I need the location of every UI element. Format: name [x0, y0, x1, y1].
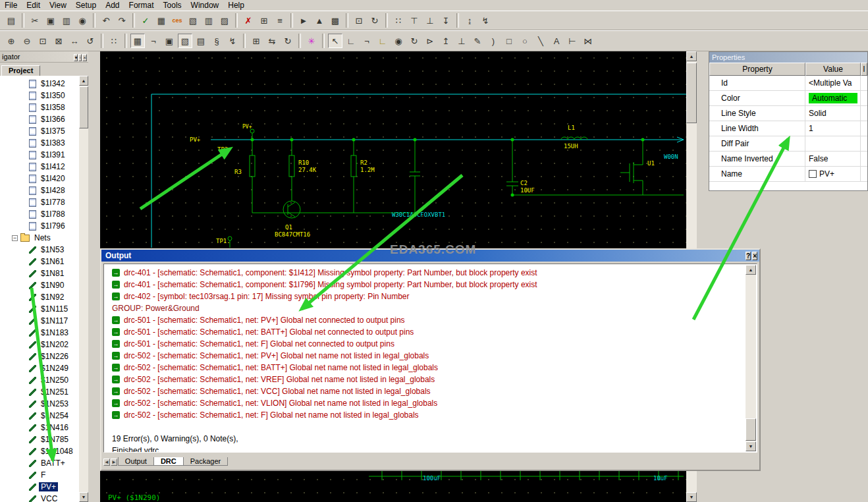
scroll-down-icon[interactable]: ▼: [686, 492, 697, 502]
cascade-icon[interactable]: ⊡: [352, 13, 366, 28]
cut-icon[interactable]: ✂: [28, 13, 42, 28]
tree-item[interactable]: $1N251: [0, 386, 79, 398]
tree-item[interactable]: $1N254: [0, 410, 79, 422]
tree-item[interactable]: $1N202: [0, 339, 79, 350]
property-value-cell[interactable]: False: [805, 152, 861, 166]
output-line[interactable]: → drc-502 - [schematic: Schematic1, net:…: [112, 362, 741, 374]
menu-item[interactable]: Format: [124, 1, 159, 10]
probe-icon[interactable]: ↯: [478, 13, 493, 28]
tree-item[interactable]: $1I778: [0, 196, 79, 208]
column-header-value[interactable]: Value: [805, 63, 861, 76]
output-line[interactable]: → Finished vdrc: [112, 445, 741, 453]
zoom-fit-icon[interactable]: ⊠: [51, 34, 66, 48]
menu-item[interactable]: Edit: [22, 1, 45, 10]
zoom-window-icon[interactable]: ⊡: [36, 34, 50, 48]
checkbox[interactable]: [809, 170, 817, 178]
output-line[interactable]: →: [112, 421, 741, 433]
output-line[interactable]: → drc-401 - [schematic: Schematic1, comp…: [112, 267, 741, 279]
tree-scrollbar[interactable]: ▲ ▼: [79, 76, 88, 502]
menu-item[interactable]: File: [0, 1, 22, 10]
undo-icon[interactable]: ↶: [99, 13, 113, 28]
property-row[interactable]: Name PV+: [709, 167, 867, 182]
tree-item[interactable]: $1I350: [0, 90, 79, 101]
close-icon[interactable]: ×: [82, 54, 87, 61]
align-bottom-icon[interactable]: ⊥: [423, 13, 437, 28]
tree-item[interactable]: $1N226: [0, 350, 79, 362]
report-icon[interactable]: ▩: [328, 13, 342, 28]
tree-item[interactable]: $1I391: [0, 149, 79, 161]
property-value-cell[interactable]: [805, 136, 861, 151]
tree-item[interactable]: − Nets: [0, 232, 79, 244]
tab-project[interactable]: Project: [1, 65, 40, 76]
tree-item[interactable]: $1I428: [0, 184, 79, 196]
route-icon[interactable]: ¬: [146, 34, 161, 48]
pan-icon[interactable]: ↔: [67, 34, 82, 48]
column-header-extra[interactable]: I: [861, 63, 867, 76]
tree-item[interactable]: $1I366: [0, 113, 79, 125]
delete-icon[interactable]: ✗: [241, 13, 256, 28]
tree-item[interactable]: $1N1048: [0, 445, 79, 457]
diode-icon[interactable]: ⊳: [423, 34, 437, 48]
close-icon[interactable]: ×: [752, 252, 757, 260]
tree-item[interactable]: PV+: [0, 481, 79, 493]
menu-item[interactable]: Add: [101, 1, 124, 10]
arc-icon[interactable]: ): [486, 34, 501, 48]
property-row[interactable]: Diff Pair: [709, 136, 867, 152]
tree-item[interactable]: $1I342: [0, 78, 79, 90]
output-line[interactable]: → 19 Error(s), 0 Warning(s), 0 Note(s),: [112, 433, 741, 445]
add-bus-icon[interactable]: ¬: [360, 34, 374, 48]
notes-icon[interactable]: ⊢: [565, 34, 580, 48]
output-line[interactable]: → drc-401 - [schematic: Schematic1, comp…: [112, 279, 741, 291]
anchor-icon[interactable]: ↨: [462, 13, 477, 28]
open-sheet-icon[interactable]: ▧: [178, 34, 192, 48]
output-line[interactable]: → drc-501 - [schematic: Schematic1, net:…: [112, 314, 741, 326]
tree-item[interactable]: $1N785: [0, 433, 79, 445]
drc-check-icon[interactable]: ▦: [154, 13, 169, 28]
circle-icon[interactable]: ○: [518, 34, 532, 48]
add-pin-icon[interactable]: ↥: [439, 34, 453, 48]
library-icon[interactable]: ▨: [217, 13, 232, 28]
zoom-out-icon[interactable]: ⊖: [20, 34, 34, 48]
select-cursor-icon[interactable]: ↖: [328, 34, 342, 48]
menu-item[interactable]: Window: [186, 1, 224, 10]
tree-item[interactable]: $1N117: [0, 315, 79, 327]
add-part-icon[interactable]: ⊞: [249, 34, 263, 48]
output-line[interactable]: → drc-502 - [schematic: Schematic1, net:…: [112, 385, 741, 397]
line-icon[interactable]: ╲: [533, 34, 548, 48]
property-row[interactable]: Name Inverted False: [709, 152, 867, 167]
tree-item[interactable]: $1N61: [0, 256, 79, 267]
scrollbar-thumb[interactable]: [686, 63, 697, 123]
sheet-select-icon[interactable]: ▦: [130, 34, 145, 48]
output-line[interactable]: → drc-502 - [schematic: Schematic1, net:…: [112, 374, 741, 385]
print-icon[interactable]: ▤: [4, 13, 18, 28]
tree-item[interactable]: $1N416: [0, 422, 79, 433]
ces-icon[interactable]: ces: [170, 13, 184, 28]
scrollbar-thumb[interactable]: [746, 418, 756, 441]
zoom-in-icon[interactable]: ⊕: [4, 34, 18, 48]
scroll-up-icon[interactable]: ▲: [746, 265, 756, 275]
snap-grid-icon[interactable]: ∷: [107, 34, 121, 48]
tree-item[interactable]: $1N90: [0, 279, 79, 291]
grid-icon[interactable]: ∷: [391, 13, 406, 28]
output-scrollbar[interactable]: ▲ ▼: [746, 265, 756, 451]
view-sheet-icon[interactable]: ▤: [194, 34, 208, 48]
add-net-icon[interactable]: ∟: [375, 34, 390, 48]
probe-tool-icon[interactable]: ↯: [225, 34, 240, 48]
mirror-icon[interactable]: ⇆: [265, 34, 279, 48]
scroll-tabs-left-icon[interactable]: ◄: [103, 459, 110, 466]
menu-item[interactable]: Setup: [71, 1, 101, 10]
tree-item[interactable]: $1N81: [0, 267, 79, 279]
tree-item[interactable]: VCC: [0, 493, 79, 502]
pop-icon[interactable]: ▲: [312, 13, 327, 28]
output-line[interactable]: → drc-502 - [schematic: Schematic1, net:…: [112, 350, 741, 362]
copy-sheet-icon[interactable]: ▣: [162, 34, 176, 48]
output-line[interactable]: → drc-501 - [schematic: Schematic1, net:…: [112, 338, 741, 350]
ieee-symbols-icon[interactable]: §: [209, 34, 224, 48]
redo-icon[interactable]: ↷: [115, 13, 129, 28]
tree-item[interactable]: $1I796: [0, 220, 79, 232]
tab-output[interactable]: Output: [118, 457, 154, 466]
help-icon[interactable]: ?: [746, 252, 751, 260]
redraw-icon[interactable]: ↺: [83, 34, 97, 48]
tree-item[interactable]: $1N92: [0, 291, 79, 303]
find-icon[interactable]: ◉: [75, 13, 90, 28]
